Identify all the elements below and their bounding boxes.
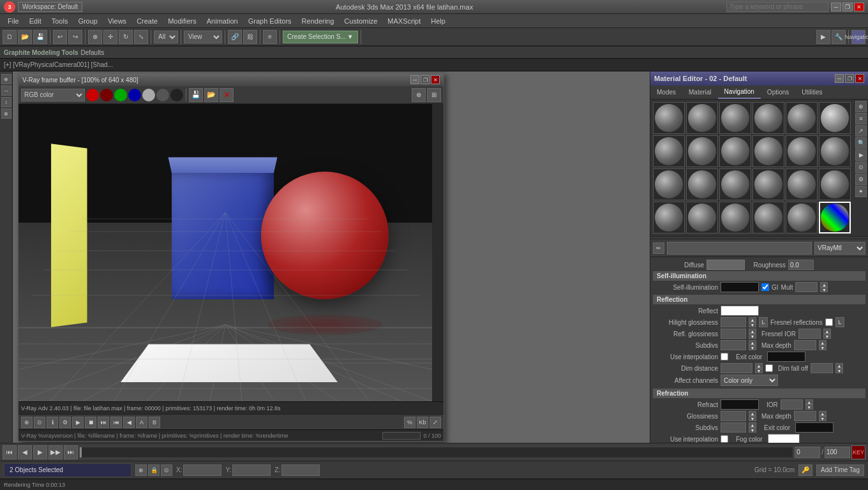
vray-color-mode[interactable]: RGB color (21, 89, 85, 101)
mult-input[interactable]: 1.0 (795, 282, 818, 292)
mat-icon-3[interactable]: ↗ (855, 125, 867, 137)
sidebar-btn-3[interactable]: ↕ (1, 97, 11, 107)
anim-prev-btn[interactable]: ◀ (18, 445, 32, 459)
z-input[interactable] (281, 464, 320, 476)
menu-edit[interactable]: Edit (24, 16, 47, 26)
vray-copy-btn[interactable]: ⊕ (412, 88, 426, 102)
fresnel-ior-spinner[interactable]: ▲▼ (823, 329, 831, 339)
menu-customize[interactable]: Customize (339, 16, 382, 26)
dim-dist-spinner[interactable]: ▲▼ (755, 363, 763, 373)
menu-group[interactable]: Group (73, 16, 103, 26)
mat-icon-2[interactable]: ≡ (855, 113, 867, 124)
vray-btn-4[interactable] (128, 89, 141, 101)
vray-channel-btn[interactable]: ⊞ (427, 88, 441, 102)
save-btn[interactable]: 💾 (33, 30, 47, 44)
subdivs-input[interactable]: 8 (721, 340, 746, 350)
unlink-btn[interactable]: ⛓ (243, 30, 257, 44)
mat-sphere-20[interactable] (686, 202, 718, 234)
max-depth-input[interactable]: 5 (794, 340, 816, 350)
menu-graph-editors[interactable]: Graph Editors (243, 16, 297, 26)
render-setup-btn[interactable]: 🔧 (832, 30, 846, 44)
move-btn[interactable]: ✛ (103, 30, 117, 44)
dim-dist-input[interactable]: 100.0c (721, 363, 752, 373)
vray-bottom-btn-4[interactable]: ⚙ (59, 417, 71, 428)
mat-icon-6[interactable]: ⊙ (855, 161, 867, 173)
vray-titlebar[interactable]: V-Ray frame buffer - [100% of 640 x 480]… (19, 73, 444, 86)
vray-expand-btn[interactable]: ⤢ (430, 417, 441, 428)
tab-options[interactable]: Options (761, 85, 795, 99)
rotate-btn[interactable]: ↻ (119, 30, 133, 44)
new-btn[interactable]: 🗋 (3, 30, 17, 44)
fresnel-checkbox[interactable] (825, 318, 833, 326)
vray-btn-1[interactable] (86, 89, 99, 101)
refr-max-depth-spinner[interactable]: ▲▼ (819, 411, 827, 421)
mat-icon-8[interactable]: ✦ (855, 186, 867, 197)
subdivs-spinner[interactable]: ▲▼ (749, 340, 756, 350)
mat-sphere-18[interactable] (819, 168, 851, 200)
affect-ch-refl-select[interactable]: Color only (721, 375, 778, 386)
mat-sphere-15[interactable] (719, 168, 751, 200)
fog-color-swatch[interactable] (768, 434, 800, 443)
gi-checkbox[interactable] (761, 283, 769, 291)
layer-btn[interactable]: ≡ (263, 30, 277, 44)
mat-icon-4[interactable]: 🔍 (855, 137, 867, 149)
lock-btn[interactable]: 🔒 (148, 464, 160, 476)
link-btn[interactable]: 🔗 (228, 30, 242, 44)
use-interp-checkbox[interactable] (721, 353, 728, 360)
hilight-l-btn[interactable]: L (759, 317, 768, 327)
vray-pct-btn[interactable]: % (404, 417, 415, 428)
workspace-label[interactable]: Workspace: Default (18, 2, 82, 12)
reflect-color[interactable] (721, 306, 759, 316)
menu-create[interactable]: Create (131, 16, 163, 26)
vray-close-btn[interactable]: ✕ (431, 75, 440, 84)
mult-spinner[interactable]: ▲ ▼ (820, 282, 828, 292)
autokey-btn[interactable]: KEY (851, 445, 865, 459)
anim-play-fwd-btn[interactable]: ▶ (33, 445, 47, 459)
nav-btn[interactable]: Navigation (851, 30, 865, 44)
vray-bottom-btn-3[interactable]: ℹ (47, 417, 58, 428)
mat-sphere-6[interactable] (819, 102, 851, 134)
mat-sphere-5[interactable] (786, 102, 818, 134)
refr-exit-color[interactable] (795, 422, 834, 433)
refr-subdivs-spinner[interactable]: ▲▼ (749, 422, 756, 433)
mat-icon-7[interactable]: ⚙ (855, 174, 867, 185)
vray-bottom-btn-1[interactable]: ⊕ (21, 417, 33, 428)
refl-gloss-spinner[interactable]: ▲▼ (749, 329, 756, 339)
fresnel-l-btn[interactable]: L (835, 317, 844, 327)
restore-button[interactable]: ❐ (842, 3, 853, 11)
search-input[interactable] (726, 2, 828, 12)
mat-sphere-21[interactable] (719, 202, 751, 234)
gloss-input[interactable]: 1.0 (721, 411, 746, 421)
max-depth-spinner[interactable]: ▲▼ (819, 340, 827, 350)
refl-gloss-input[interactable]: 1.0 (721, 329, 746, 339)
y-input[interactable] (232, 464, 271, 476)
vray-bottom-btn-2[interactable]: ⊙ (34, 417, 45, 428)
mat-close-btn[interactable]: ✕ (855, 74, 864, 83)
anim-play-btn[interactable]: ⏮ (3, 445, 17, 459)
menu-rendering[interactable]: Rendering (297, 16, 340, 26)
vray-btn-5[interactable] (142, 89, 155, 101)
mat-sphere-4[interactable] (752, 102, 784, 134)
exit-color-swatch[interactable] (767, 352, 805, 362)
refract-color[interactable] (721, 399, 759, 410)
mat-sphere-9[interactable] (719, 135, 751, 167)
mat-restore-btn[interactable]: ❐ (845, 74, 854, 83)
redo-btn[interactable]: ↪ (68, 30, 82, 44)
mat-sphere-13[interactable] (653, 168, 685, 200)
vray-btn-2[interactable] (100, 89, 113, 101)
vray-bottom-btn-10[interactable]: A (136, 417, 147, 428)
vray-btn-6[interactable] (156, 89, 169, 101)
mat-sphere-7[interactable] (653, 135, 685, 167)
mat-sphere-23[interactable] (786, 202, 818, 234)
roughness-input[interactable] (788, 260, 814, 270)
vray-bottom-btn-7[interactable]: ⏭ (98, 417, 109, 428)
mat-icon-1[interactable]: ⊕ (855, 101, 867, 112)
vray-load-btn[interactable]: 📂 (204, 88, 218, 102)
vray-btn-3[interactable] (114, 89, 127, 101)
fresnel-ior-input[interactable]: 1.6 (798, 329, 821, 339)
tab-modes[interactable]: Modes (650, 85, 682, 99)
graphite-defaults[interactable]: Defaults (78, 49, 107, 56)
frame-range[interactable] (79, 447, 793, 458)
select-filter[interactable]: All (154, 31, 178, 43)
vray-save-btn[interactable]: 💾 (189, 88, 203, 102)
